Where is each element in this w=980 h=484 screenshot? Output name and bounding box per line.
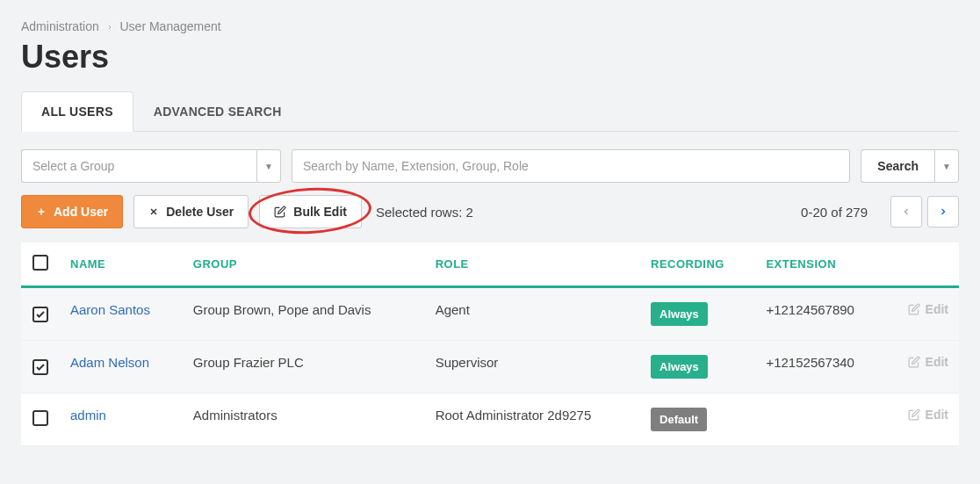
x-icon xyxy=(148,206,159,217)
row-checkbox[interactable] xyxy=(32,359,48,375)
breadcrumb: Administration User Management xyxy=(21,19,959,33)
user-role: Root Administrator 2d9275 xyxy=(425,394,640,446)
edit-row-button[interactable]: Edit xyxy=(908,355,948,369)
bulk-edit-label: Bulk Edit xyxy=(293,205,347,219)
search-dropdown-caret[interactable]: ▼ xyxy=(934,149,959,183)
tab-advanced-search[interactable]: ADVANCED SEARCH xyxy=(133,91,302,131)
recording-badge: Always xyxy=(651,355,708,379)
edit-icon xyxy=(908,356,920,368)
user-table: NAME GROUP ROLE RECORDING EXTENSION Aaro… xyxy=(21,242,959,446)
group-select[interactable]: Select a Group ▼ xyxy=(21,149,281,183)
breadcrumb-admin[interactable]: Administration xyxy=(21,19,99,33)
page-title: Users xyxy=(21,39,959,76)
pagination-range: 0-20 of 279 xyxy=(801,205,868,220)
row-checkbox[interactable] xyxy=(32,410,48,426)
tab-all-users[interactable]: ALL USERS xyxy=(21,91,133,132)
delete-user-button[interactable]: Delete User xyxy=(133,195,249,228)
user-extension: +12152567340 xyxy=(755,341,889,394)
edit-icon xyxy=(274,206,286,218)
edit-row-button[interactable]: Edit xyxy=(908,302,948,316)
col-recording[interactable]: RECORDING xyxy=(640,242,755,287)
edit-row-button[interactable]: Edit xyxy=(908,408,948,422)
caret-down-icon: ▼ xyxy=(256,149,281,183)
recording-badge: Always xyxy=(651,302,708,326)
page-prev-button[interactable] xyxy=(890,196,922,228)
col-role[interactable]: ROLE xyxy=(425,242,640,287)
user-role: Supervisor xyxy=(425,341,640,394)
tabs: ALL USERS ADVANCED SEARCH xyxy=(21,91,959,132)
delete-user-label: Delete User xyxy=(166,205,234,219)
user-group: Group Frazier PLC xyxy=(183,341,425,394)
table-row: Adam Nelson Group Frazier PLC Supervisor… xyxy=(21,341,959,394)
user-extension xyxy=(755,394,889,446)
edit-icon xyxy=(908,408,920,421)
add-user-label: Add User xyxy=(54,205,108,219)
user-name-link[interactable]: Adam Nelson xyxy=(70,355,149,370)
recording-badge: Default xyxy=(651,408,707,431)
add-user-button[interactable]: Add User xyxy=(21,195,123,228)
col-group[interactable]: GROUP xyxy=(183,242,425,287)
user-group: Administrators xyxy=(183,394,425,446)
col-name[interactable]: NAME xyxy=(60,242,183,287)
bulk-edit-button[interactable]: Bulk Edit xyxy=(259,195,362,228)
user-name-link[interactable]: admin xyxy=(70,408,106,423)
user-role: Agent xyxy=(425,287,640,341)
table-row: admin Administrators Root Administrator … xyxy=(21,394,959,446)
search-button[interactable]: Search xyxy=(861,149,934,183)
select-all-checkbox[interactable] xyxy=(32,255,48,271)
search-input[interactable] xyxy=(292,149,850,183)
table-row: Aaron Santos Group Brown, Pope and Davis… xyxy=(21,287,959,341)
plus-icon xyxy=(36,206,47,217)
page-next-button[interactable] xyxy=(927,196,959,228)
user-group: Group Brown, Pope and Davis xyxy=(183,287,425,341)
chevron-right-icon xyxy=(106,19,117,33)
selected-rows-text: Selected rows: 2 xyxy=(376,205,473,220)
user-extension: +12124567890 xyxy=(755,287,889,341)
breadcrumb-user-mgmt[interactable]: User Management xyxy=(119,19,220,33)
col-extension[interactable]: EXTENSION xyxy=(755,242,889,287)
row-checkbox[interactable] xyxy=(32,307,48,322)
user-name-link[interactable]: Aaron Santos xyxy=(70,302,150,317)
group-select-label: Select a Group xyxy=(21,149,256,183)
edit-icon xyxy=(908,303,920,315)
